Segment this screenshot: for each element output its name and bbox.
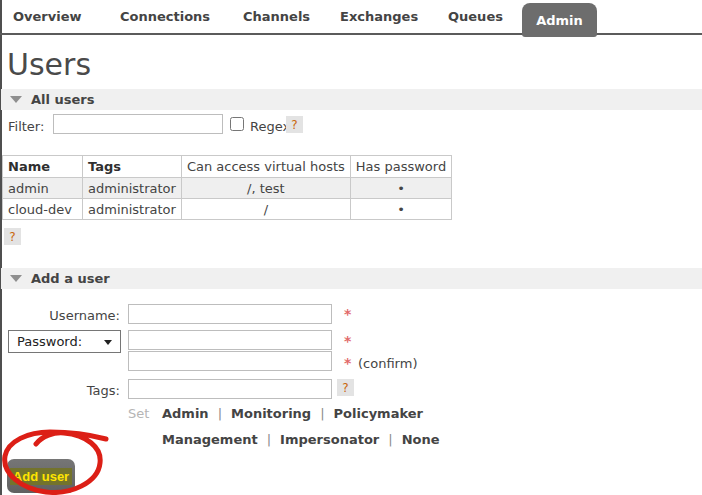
link-separator: |	[388, 432, 392, 447]
password-confirm-input[interactable]	[128, 351, 332, 371]
tags-help-button[interactable]: ?	[337, 379, 354, 396]
tab-channels[interactable]: Channels	[243, 9, 310, 24]
tag-link-admin[interactable]: Admin	[162, 406, 209, 421]
filter-input[interactable]	[53, 114, 223, 134]
set-label: Set	[128, 406, 149, 421]
section-header-add-user[interactable]: Add a user	[1, 268, 702, 289]
col-header-name[interactable]: Name	[3, 156, 83, 178]
user-has-password-dot: •	[350, 178, 451, 199]
required-asterisk: *	[344, 355, 351, 371]
username-input[interactable]	[128, 304, 332, 324]
user-vhosts: /, test	[181, 178, 350, 199]
section-title: Add a user	[31, 271, 110, 286]
password-input[interactable]	[128, 330, 332, 350]
link-separator: |	[267, 432, 271, 447]
username-label: Username:	[0, 308, 120, 323]
user-has-password-dot: •	[350, 199, 451, 220]
tags-input[interactable]	[128, 379, 332, 399]
regex-checkbox[interactable]	[230, 117, 244, 131]
required-asterisk: *	[344, 333, 351, 349]
regex-label: Regex	[250, 119, 290, 134]
table-row: cloud-dev administrator / •	[3, 199, 452, 220]
table-header-row: Name Tags Can access virtual hosts Has p…	[3, 156, 452, 178]
password-type-select[interactable]: Password:	[8, 330, 121, 353]
collapse-triangle-icon	[10, 96, 22, 103]
required-asterisk: *	[344, 306, 351, 322]
filter-help-button[interactable]: ?	[286, 116, 303, 133]
add-user-button[interactable]: Add user	[7, 459, 75, 493]
filter-label: Filter:	[8, 119, 44, 134]
tags-label: Tags:	[0, 383, 120, 398]
user-name-link[interactable]: cloud-dev	[3, 199, 83, 220]
col-header-tags[interactable]: Tags	[83, 156, 182, 178]
col-header-has-password: Has password	[350, 156, 451, 178]
tab-admin[interactable]: Admin	[522, 3, 597, 37]
window-left-border	[0, 0, 2, 495]
password-select-value: Password:	[17, 334, 82, 349]
tab-connections[interactable]: Connections	[120, 9, 210, 24]
tag-link-impersonator[interactable]: Impersonator	[280, 432, 379, 447]
user-name-link[interactable]: admin	[3, 178, 83, 199]
tag-link-monitoring[interactable]: Monitoring	[231, 406, 311, 421]
tag-link-none[interactable]: None	[402, 432, 440, 447]
tag-link-management[interactable]: Management	[162, 432, 258, 447]
add-user-button-label: Add user	[10, 468, 72, 485]
col-header-vhosts: Can access virtual hosts	[181, 156, 350, 178]
tab-overview[interactable]: Overview	[13, 9, 82, 24]
tag-link-policymaker[interactable]: Policymaker	[334, 406, 423, 421]
table-help-button[interactable]: ?	[4, 228, 21, 245]
user-tags: administrator	[83, 199, 182, 220]
section-title: All users	[31, 92, 94, 107]
link-separator: |	[320, 406, 324, 421]
confirm-note: (confirm)	[358, 356, 417, 371]
tag-links-row-2: Management|Impersonator|None	[162, 432, 440, 447]
table-row: admin administrator /, test •	[3, 178, 452, 199]
link-separator: |	[218, 406, 222, 421]
user-vhosts: /	[181, 199, 350, 220]
tag-links-row-1: Admin|Monitoring|Policymaker	[162, 406, 423, 421]
user-tags: administrator	[83, 178, 182, 199]
section-header-all-users[interactable]: All users	[1, 89, 702, 110]
dropdown-arrow-icon	[104, 340, 112, 345]
tab-exchanges[interactable]: Exchanges	[340, 9, 418, 24]
page-title: Users	[7, 47, 91, 82]
users-table: Name Tags Can access virtual hosts Has p…	[2, 155, 452, 220]
collapse-triangle-icon	[10, 275, 22, 282]
tab-queues[interactable]: Queues	[448, 9, 503, 24]
